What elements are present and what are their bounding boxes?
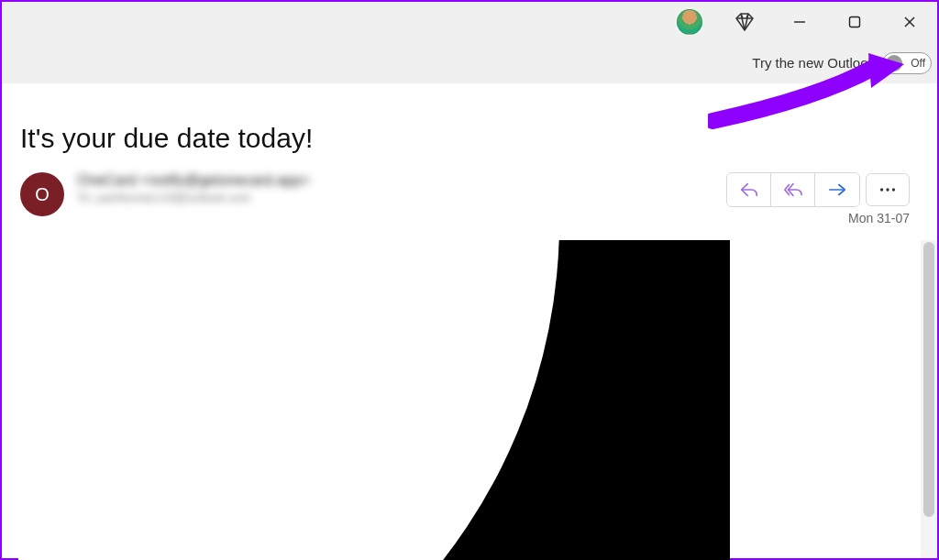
sender-text-block: OneCard <notify@getonecard.app> To: yash… <box>77 172 310 204</box>
reply-button[interactable] <box>727 173 771 206</box>
window-close-button[interactable] <box>882 2 937 42</box>
toggle-state-text: Off <box>911 57 925 70</box>
window-maximize-button[interactable] <box>827 2 882 42</box>
message-action-row <box>726 172 910 207</box>
reply-all-button[interactable] <box>771 173 815 206</box>
window-titlebar <box>2 2 937 42</box>
account-avatar-wrap <box>662 2 717 42</box>
try-new-outlook-label: Try the new Outlook <box>752 55 875 71</box>
try-new-outlook-toggle[interactable]: Off <box>882 52 932 74</box>
svg-line-3 <box>905 17 914 27</box>
sender-row: O OneCard <notify@getonecard.app> To: ya… <box>20 172 310 216</box>
sender-avatar[interactable]: O <box>20 172 64 216</box>
email-subject: It's your due date today! <box>20 123 313 154</box>
scrollbar-thumb[interactable] <box>923 242 934 517</box>
toggle-knob <box>886 55 902 71</box>
recipient-line: To: yashkumar119@outlook.com <box>77 191 310 204</box>
svg-point-5 <box>880 188 883 191</box>
premium-diamond-icon[interactable] <box>717 2 772 42</box>
reading-pane: It's your due date today! O OneCard <not… <box>2 84 937 558</box>
sender-name: OneCard <notify@getonecard.app> <box>77 172 310 189</box>
svg-point-7 <box>892 188 895 191</box>
svg-rect-1 <box>850 17 860 27</box>
svg-point-6 <box>886 188 889 191</box>
email-timestamp: Mon 31-07 <box>848 211 910 225</box>
account-avatar[interactable] <box>677 9 702 35</box>
forward-button[interactable] <box>815 173 859 206</box>
sender-initial: O <box>35 184 50 205</box>
window-minimize-button[interactable] <box>772 2 827 42</box>
svg-line-2 <box>905 17 914 27</box>
vertical-scrollbar[interactable] <box>921 240 937 558</box>
try-new-outlook-bar: Try the new Outlook Off <box>2 42 937 84</box>
more-actions-button[interactable] <box>866 173 910 206</box>
email-body-redacted <box>18 240 730 560</box>
reply-forward-group <box>726 172 860 207</box>
